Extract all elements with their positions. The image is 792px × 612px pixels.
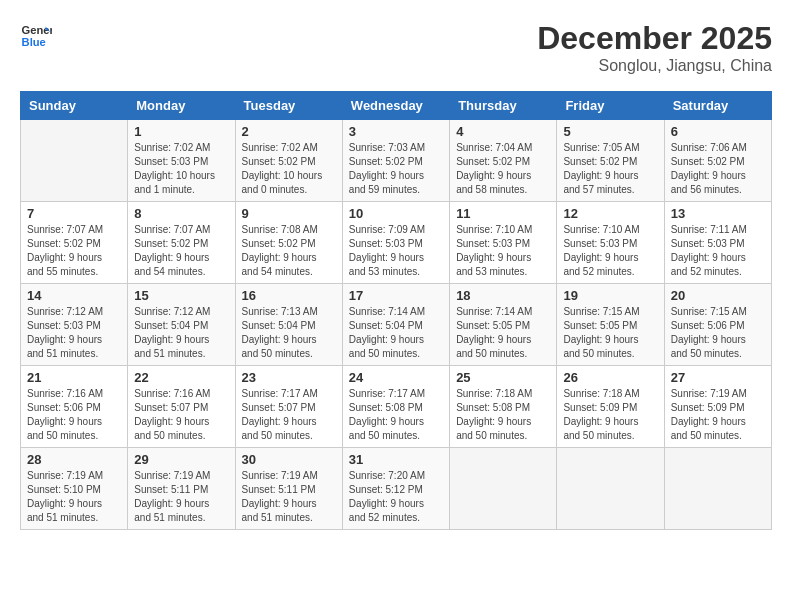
svg-text:Blue: Blue xyxy=(22,36,46,48)
calendar-cell: 2Sunrise: 7:02 AM Sunset: 5:02 PM Daylig… xyxy=(235,120,342,202)
day-info: Sunrise: 7:10 AM Sunset: 5:03 PM Dayligh… xyxy=(563,223,657,279)
header: General Blue December 2025 Songlou, Jian… xyxy=(20,20,772,75)
logo: General Blue xyxy=(20,20,52,52)
calendar-cell: 11Sunrise: 7:10 AM Sunset: 5:03 PM Dayli… xyxy=(450,202,557,284)
day-number: 17 xyxy=(349,288,443,303)
calendar-header-saturday: Saturday xyxy=(664,92,771,120)
calendar-cell: 10Sunrise: 7:09 AM Sunset: 5:03 PM Dayli… xyxy=(342,202,449,284)
day-info: Sunrise: 7:18 AM Sunset: 5:08 PM Dayligh… xyxy=(456,387,550,443)
title-section: December 2025 Songlou, Jiangsu, China xyxy=(537,20,772,75)
day-info: Sunrise: 7:07 AM Sunset: 5:02 PM Dayligh… xyxy=(27,223,121,279)
day-info: Sunrise: 7:03 AM Sunset: 5:02 PM Dayligh… xyxy=(349,141,443,197)
day-number: 7 xyxy=(27,206,121,221)
calendar-cell: 8Sunrise: 7:07 AM Sunset: 5:02 PM Daylig… xyxy=(128,202,235,284)
calendar-body: 1Sunrise: 7:02 AM Sunset: 5:03 PM Daylig… xyxy=(21,120,772,530)
day-number: 3 xyxy=(349,124,443,139)
day-info: Sunrise: 7:14 AM Sunset: 5:04 PM Dayligh… xyxy=(349,305,443,361)
calendar-cell: 18Sunrise: 7:14 AM Sunset: 5:05 PM Dayli… xyxy=(450,284,557,366)
day-info: Sunrise: 7:20 AM Sunset: 5:12 PM Dayligh… xyxy=(349,469,443,525)
day-number: 4 xyxy=(456,124,550,139)
day-number: 19 xyxy=(563,288,657,303)
calendar-cell: 20Sunrise: 7:15 AM Sunset: 5:06 PM Dayli… xyxy=(664,284,771,366)
day-info: Sunrise: 7:11 AM Sunset: 5:03 PM Dayligh… xyxy=(671,223,765,279)
calendar-header-wednesday: Wednesday xyxy=(342,92,449,120)
day-number: 28 xyxy=(27,452,121,467)
day-info: Sunrise: 7:19 AM Sunset: 5:09 PM Dayligh… xyxy=(671,387,765,443)
day-number: 18 xyxy=(456,288,550,303)
calendar-cell: 27Sunrise: 7:19 AM Sunset: 5:09 PM Dayli… xyxy=(664,366,771,448)
logo-icon: General Blue xyxy=(20,20,52,52)
day-info: Sunrise: 7:19 AM Sunset: 5:11 PM Dayligh… xyxy=(134,469,228,525)
calendar-cell: 25Sunrise: 7:18 AM Sunset: 5:08 PM Dayli… xyxy=(450,366,557,448)
day-info: Sunrise: 7:09 AM Sunset: 5:03 PM Dayligh… xyxy=(349,223,443,279)
location: Songlou, Jiangsu, China xyxy=(537,57,772,75)
calendar-cell: 19Sunrise: 7:15 AM Sunset: 5:05 PM Dayli… xyxy=(557,284,664,366)
calendar-header-tuesday: Tuesday xyxy=(235,92,342,120)
calendar-header-row: SundayMondayTuesdayWednesdayThursdayFrid… xyxy=(21,92,772,120)
calendar-cell: 5Sunrise: 7:05 AM Sunset: 5:02 PM Daylig… xyxy=(557,120,664,202)
calendar-cell: 16Sunrise: 7:13 AM Sunset: 5:04 PM Dayli… xyxy=(235,284,342,366)
day-number: 14 xyxy=(27,288,121,303)
calendar-cell: 29Sunrise: 7:19 AM Sunset: 5:11 PM Dayli… xyxy=(128,448,235,530)
day-info: Sunrise: 7:04 AM Sunset: 5:02 PM Dayligh… xyxy=(456,141,550,197)
calendar-cell: 24Sunrise: 7:17 AM Sunset: 5:08 PM Dayli… xyxy=(342,366,449,448)
calendar-cell: 3Sunrise: 7:03 AM Sunset: 5:02 PM Daylig… xyxy=(342,120,449,202)
calendar-cell xyxy=(664,448,771,530)
day-number: 29 xyxy=(134,452,228,467)
day-number: 13 xyxy=(671,206,765,221)
day-number: 5 xyxy=(563,124,657,139)
day-info: Sunrise: 7:19 AM Sunset: 5:11 PM Dayligh… xyxy=(242,469,336,525)
day-number: 23 xyxy=(242,370,336,385)
calendar-cell: 23Sunrise: 7:17 AM Sunset: 5:07 PM Dayli… xyxy=(235,366,342,448)
calendar-cell: 1Sunrise: 7:02 AM Sunset: 5:03 PM Daylig… xyxy=(128,120,235,202)
calendar-cell: 15Sunrise: 7:12 AM Sunset: 5:04 PM Dayli… xyxy=(128,284,235,366)
day-info: Sunrise: 7:02 AM Sunset: 5:02 PM Dayligh… xyxy=(242,141,336,197)
day-info: Sunrise: 7:15 AM Sunset: 5:06 PM Dayligh… xyxy=(671,305,765,361)
calendar-cell xyxy=(21,120,128,202)
calendar: SundayMondayTuesdayWednesdayThursdayFrid… xyxy=(20,91,772,530)
calendar-cell: 31Sunrise: 7:20 AM Sunset: 5:12 PM Dayli… xyxy=(342,448,449,530)
day-number: 10 xyxy=(349,206,443,221)
day-info: Sunrise: 7:18 AM Sunset: 5:09 PM Dayligh… xyxy=(563,387,657,443)
day-number: 11 xyxy=(456,206,550,221)
day-number: 9 xyxy=(242,206,336,221)
day-info: Sunrise: 7:12 AM Sunset: 5:04 PM Dayligh… xyxy=(134,305,228,361)
calendar-cell xyxy=(450,448,557,530)
day-number: 15 xyxy=(134,288,228,303)
day-number: 8 xyxy=(134,206,228,221)
day-info: Sunrise: 7:15 AM Sunset: 5:05 PM Dayligh… xyxy=(563,305,657,361)
calendar-header-monday: Monday xyxy=(128,92,235,120)
month-year: December 2025 xyxy=(537,20,772,57)
day-info: Sunrise: 7:17 AM Sunset: 5:08 PM Dayligh… xyxy=(349,387,443,443)
day-number: 2 xyxy=(242,124,336,139)
calendar-week-4: 21Sunrise: 7:16 AM Sunset: 5:06 PM Dayli… xyxy=(21,366,772,448)
day-info: Sunrise: 7:06 AM Sunset: 5:02 PM Dayligh… xyxy=(671,141,765,197)
day-info: Sunrise: 7:13 AM Sunset: 5:04 PM Dayligh… xyxy=(242,305,336,361)
day-info: Sunrise: 7:16 AM Sunset: 5:06 PM Dayligh… xyxy=(27,387,121,443)
day-info: Sunrise: 7:05 AM Sunset: 5:02 PM Dayligh… xyxy=(563,141,657,197)
calendar-cell: 30Sunrise: 7:19 AM Sunset: 5:11 PM Dayli… xyxy=(235,448,342,530)
calendar-header-sunday: Sunday xyxy=(21,92,128,120)
day-info: Sunrise: 7:02 AM Sunset: 5:03 PM Dayligh… xyxy=(134,141,228,197)
day-info: Sunrise: 7:07 AM Sunset: 5:02 PM Dayligh… xyxy=(134,223,228,279)
day-info: Sunrise: 7:17 AM Sunset: 5:07 PM Dayligh… xyxy=(242,387,336,443)
calendar-cell: 22Sunrise: 7:16 AM Sunset: 5:07 PM Dayli… xyxy=(128,366,235,448)
calendar-header-friday: Friday xyxy=(557,92,664,120)
day-number: 1 xyxy=(134,124,228,139)
calendar-week-1: 1Sunrise: 7:02 AM Sunset: 5:03 PM Daylig… xyxy=(21,120,772,202)
calendar-cell: 17Sunrise: 7:14 AM Sunset: 5:04 PM Dayli… xyxy=(342,284,449,366)
day-number: 24 xyxy=(349,370,443,385)
calendar-cell: 9Sunrise: 7:08 AM Sunset: 5:02 PM Daylig… xyxy=(235,202,342,284)
calendar-week-2: 7Sunrise: 7:07 AM Sunset: 5:02 PM Daylig… xyxy=(21,202,772,284)
calendar-cell: 26Sunrise: 7:18 AM Sunset: 5:09 PM Dayli… xyxy=(557,366,664,448)
day-info: Sunrise: 7:10 AM Sunset: 5:03 PM Dayligh… xyxy=(456,223,550,279)
calendar-week-3: 14Sunrise: 7:12 AM Sunset: 5:03 PM Dayli… xyxy=(21,284,772,366)
day-number: 26 xyxy=(563,370,657,385)
calendar-cell: 12Sunrise: 7:10 AM Sunset: 5:03 PM Dayli… xyxy=(557,202,664,284)
calendar-cell: 13Sunrise: 7:11 AM Sunset: 5:03 PM Dayli… xyxy=(664,202,771,284)
day-number: 20 xyxy=(671,288,765,303)
calendar-cell: 14Sunrise: 7:12 AM Sunset: 5:03 PM Dayli… xyxy=(21,284,128,366)
day-number: 30 xyxy=(242,452,336,467)
day-info: Sunrise: 7:16 AM Sunset: 5:07 PM Dayligh… xyxy=(134,387,228,443)
calendar-cell: 28Sunrise: 7:19 AM Sunset: 5:10 PM Dayli… xyxy=(21,448,128,530)
